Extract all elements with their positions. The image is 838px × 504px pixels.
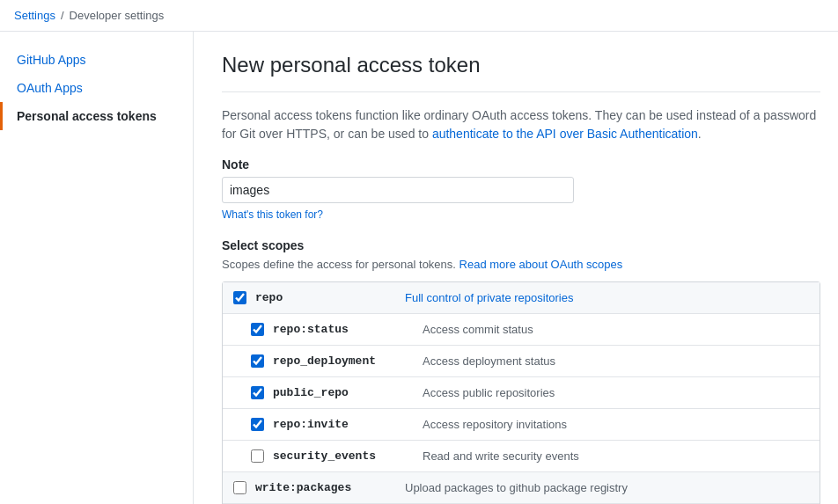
scope-name-repo: repo [255, 291, 405, 304]
scope-name-security-events: security_events [273, 449, 423, 463]
description-text-2: . [698, 127, 702, 141]
sidebar-item-oauth-apps[interactable]: OAuth Apps [0, 74, 193, 102]
scope-name-public-repo: public_repo [273, 386, 423, 399]
scope-row-repo-invite: repo:invite Access repository invitation… [223, 409, 820, 441]
scope-name-repo-invite: repo:invite [273, 418, 423, 431]
page-description: Personal access tokens function like ord… [222, 106, 820, 143]
note-label: Note [222, 157, 820, 172]
scope-checkbox-repo-deployment[interactable] [251, 354, 264, 368]
scopes-desc-text: Scopes define the access for personal to… [222, 258, 459, 271]
breadcrumb: Settings / Developer settings [0, 0, 838, 32]
scope-row-repo-deployment: repo_deployment Access deployment status [223, 346, 820, 377]
sidebar-item-personal-access-tokens[interactable]: Personal access tokens [0, 102, 193, 130]
scopes-table: repo Full control of private repositorie… [222, 281, 820, 504]
scope-name-write-packages: write:packages [255, 481, 405, 494]
scope-desc-repo-deployment: Access deployment status [423, 354, 809, 368]
scopes-title: Select scopes [222, 238, 820, 252]
scope-row-repo: repo Full control of private repositorie… [223, 282, 820, 314]
sidebar: GitHub Apps OAuth Apps Personal access t… [0, 32, 194, 504]
scope-row-write-packages: write:packages Upload packages to github… [223, 472, 820, 504]
scope-desc-repo-invite: Access repository invitations [423, 418, 809, 431]
scope-checkbox-repo[interactable] [233, 291, 246, 304]
note-form-group: Note What's this token for? [222, 157, 820, 221]
scopes-link[interactable]: Read more about OAuth scopes [459, 258, 623, 271]
scope-row-public-repo: public_repo Access public repositories [223, 377, 820, 409]
scopes-description: Scopes define the access for personal to… [222, 258, 820, 271]
main-content: New personal access token Personal acces… [194, 32, 838, 504]
scope-checkbox-repo-invite[interactable] [251, 418, 264, 431]
description-link[interactable]: authenticate to the API over Basic Authe… [432, 127, 698, 141]
scope-desc-write-packages: Upload packages to github package regist… [405, 481, 809, 494]
scope-desc-repo: Full control of private repositories [405, 291, 809, 304]
scope-checkbox-security-events[interactable] [251, 449, 264, 463]
scope-desc-public-repo: Access public repositories [423, 386, 809, 399]
note-hint: What's this token for? [222, 208, 820, 221]
scope-checkbox-public-repo[interactable] [251, 386, 264, 399]
page-title: New personal access token [222, 53, 820, 92]
note-input[interactable] [222, 177, 574, 203]
breadcrumb-settings-link[interactable]: Settings [14, 9, 55, 22]
breadcrumb-current: Developer settings [70, 9, 165, 22]
scope-row-repo-status: repo:status Access commit status [223, 314, 820, 346]
scope-name-repo-deployment: repo_deployment [273, 354, 423, 368]
scope-desc-security-events: Read and write security events [423, 449, 809, 463]
scope-row-security-events: security_events Read and write security … [223, 441, 820, 472]
scope-desc-repo-status: Access commit status [423, 323, 809, 336]
scope-checkbox-write-packages[interactable] [233, 481, 246, 494]
scope-checkbox-repo-status[interactable] [251, 323, 264, 336]
breadcrumb-separator: / [61, 9, 64, 22]
scopes-section: Select scopes Scopes define the access f… [222, 238, 820, 504]
scope-name-repo-status: repo:status [273, 323, 423, 336]
sidebar-item-github-apps[interactable]: GitHub Apps [0, 46, 193, 74]
